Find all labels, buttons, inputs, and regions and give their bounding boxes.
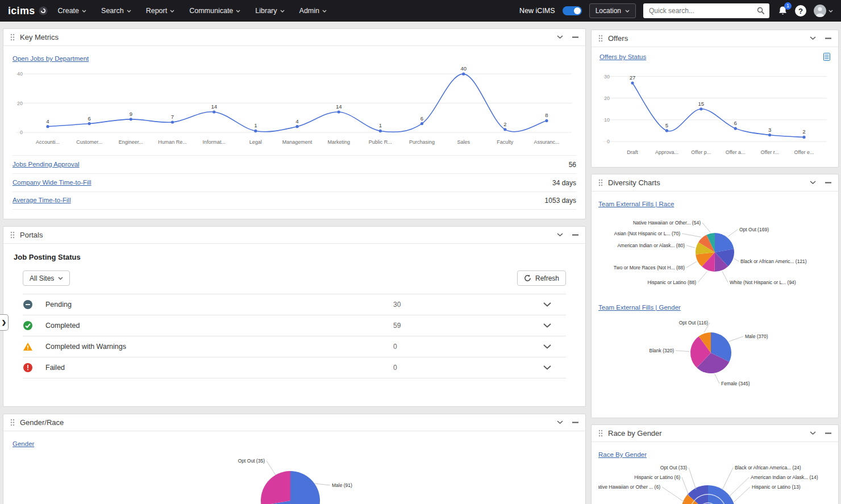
gender-chart-link[interactable]: Gender <box>13 440 34 447</box>
notification-badge: 1 <box>784 2 792 10</box>
refresh-button[interactable]: Refresh <box>517 270 566 286</box>
drag-handle-icon[interactable] <box>10 419 15 426</box>
minimize-icon[interactable] <box>572 422 578 423</box>
svg-text:Sales: Sales <box>457 139 470 145</box>
nav-menu-admin[interactable]: Admin <box>299 7 327 15</box>
success-status-icon <box>23 320 45 331</box>
nav-menu-library[interactable]: Library <box>255 7 284 15</box>
team-external-fills-race-link[interactable]: Team External Fills | Race <box>598 201 674 207</box>
minimize-icon[interactable] <box>572 36 578 38</box>
race-pie-chart: Opt Out (169)Black or African Americ... … <box>598 210 831 302</box>
drag-handle-icon[interactable] <box>598 430 603 437</box>
svg-text:1: 1 <box>254 122 257 128</box>
svg-text:Asian (Not Hispanic or L... (7: Asian (Not Hispanic or L... (70) <box>614 231 680 236</box>
open-jobs-by-department-link[interactable]: Open Jobs by Department <box>13 55 89 62</box>
nav-menu-create[interactable]: Create <box>58 7 87 15</box>
main-column: Key Metrics Open Jobs by Department 0204… <box>3 28 586 504</box>
svg-text:Hispanic or Latino (88): Hispanic or Latino (88) <box>647 280 696 285</box>
error-status-icon <box>23 363 45 373</box>
export-report-icon[interactable] <box>823 53 830 61</box>
portal-row-pending[interactable]: Pending 30 <box>23 294 566 315</box>
nav-menu-label: Search <box>101 7 124 15</box>
top-nav: icims Create Search Report Communicate L… <box>0 0 841 22</box>
drag-handle-icon[interactable] <box>10 34 15 41</box>
key-metrics-rows: Jobs Pending Approval 56 Company Wide Ti… <box>13 155 576 210</box>
svg-text:Draft: Draft <box>627 149 638 155</box>
svg-text:Faculty: Faculty <box>497 139 514 145</box>
svg-text:0: 0 <box>20 130 23 135</box>
help-icon[interactable]: ? <box>795 5 806 16</box>
svg-text:American Indian or Alask... (1: American Indian or Alask... (14) <box>751 474 818 480</box>
collapse-chevron-icon[interactable] <box>810 181 816 185</box>
new-icims-toggle[interactable] <box>563 6 582 15</box>
notifications-bell-icon[interactable]: 1 <box>778 6 788 16</box>
metric-value: 1053 days <box>545 197 576 205</box>
drag-handle-icon[interactable] <box>598 35 603 42</box>
card-title: Gender/Race <box>20 418 64 427</box>
minimize-icon[interactable] <box>572 234 578 236</box>
portal-row-failed[interactable]: Failed 0 <box>23 357 566 378</box>
svg-text:6: 6 <box>420 115 423 122</box>
svg-text:Offer e...: Offer e... <box>794 149 814 155</box>
nav-menu-label: Report <box>146 7 168 15</box>
svg-text:2: 2 <box>802 128 805 135</box>
portals-card: Portals Job Posting Status All Sites Ref… <box>3 226 586 407</box>
pending-status-icon <box>23 299 45 310</box>
nav-menu-communicate[interactable]: Communicate <box>189 7 240 15</box>
nav-menu-label: Create <box>58 7 80 15</box>
portal-row-warnings[interactable]: Completed with Warnings 0 <box>23 336 566 357</box>
icims-logo[interactable]: icims <box>8 6 35 16</box>
team-external-fills-gender-link[interactable]: Team External Fills | Gender <box>598 304 681 311</box>
card-title: Offers <box>608 34 628 43</box>
gender-race-header: Gender/Race <box>3 414 585 431</box>
minimize-icon[interactable] <box>825 182 831 184</box>
svg-text:6: 6 <box>88 115 91 122</box>
key-metrics-header: Key Metrics <box>3 29 585 46</box>
svg-text:Two or More Races (Not H... (8: Two or More Races (Not H... (88) <box>614 265 685 270</box>
nav-menu-report[interactable]: Report <box>146 7 175 15</box>
collapse-chevron-icon[interactable] <box>557 35 563 39</box>
svg-text:30: 30 <box>604 74 610 80</box>
collapse-chevron-icon[interactable] <box>557 233 563 237</box>
svg-text:15: 15 <box>698 101 705 107</box>
site-filter-dropdown[interactable]: All Sites <box>23 270 70 286</box>
collapse-chevron-icon[interactable] <box>557 420 563 424</box>
collapse-chevron-icon[interactable] <box>810 36 816 40</box>
search-icon[interactable] <box>757 7 765 15</box>
status-count: 0 <box>393 343 397 351</box>
search-input[interactable] <box>643 3 769 18</box>
minimize-icon[interactable] <box>825 38 831 39</box>
expand-chevron-icon[interactable] <box>543 344 551 349</box>
portal-row-completed[interactable]: Completed 59 <box>23 315 566 336</box>
company-wide-time-to-fill-link[interactable]: Company Wide Time-to-Fill <box>13 179 91 186</box>
expand-chevron-icon[interactable] <box>543 323 551 328</box>
chevron-down-icon <box>127 10 131 13</box>
race-by-gender-link[interactable]: Race By Gender <box>598 451 647 458</box>
open-jobs-line-chart: 020404Accounti...6Customer...9Engineer..… <box>13 63 575 148</box>
svg-text:American Indian or Alask... (8: American Indian or Alask... (80) <box>617 243 685 248</box>
svg-text:Customer...: Customer... <box>76 139 102 145</box>
drag-handle-icon[interactable] <box>10 231 15 239</box>
expand-chevron-icon[interactable] <box>543 302 551 307</box>
offers-by-status-link[interactable]: Offers by Status <box>599 53 646 60</box>
jobs-pending-approval-link[interactable]: Jobs Pending Approval <box>13 161 80 168</box>
svg-text:7: 7 <box>171 114 174 120</box>
offers-body: Offers by Status 010203027Draft5Approva.… <box>592 47 838 159</box>
nav-menu-search[interactable]: Search <box>101 7 131 15</box>
location-dropdown[interactable]: Location <box>589 3 636 18</box>
expand-sidebar-button[interactable]: ❯ <box>0 314 9 331</box>
collapse-chevron-icon[interactable] <box>810 431 816 435</box>
user-menu[interactable] <box>814 5 833 17</box>
expand-chevron-icon[interactable] <box>543 365 551 370</box>
svg-text:Approva...: Approva... <box>655 149 678 155</box>
drag-handle-icon[interactable] <box>598 179 603 186</box>
chevron-down-icon <box>625 10 630 13</box>
toggle-knob <box>574 7 581 14</box>
average-time-to-fill-link[interactable]: Average Time-to-Fill <box>13 197 71 203</box>
new-icims-label: New iCIMS <box>519 7 555 15</box>
minimize-icon[interactable] <box>825 432 831 434</box>
svg-text:Offer p...: Offer p... <box>691 149 711 155</box>
svg-text:1: 1 <box>379 122 382 128</box>
svg-text:Informat...: Informat... <box>202 139 226 145</box>
svg-text:27: 27 <box>630 74 636 81</box>
